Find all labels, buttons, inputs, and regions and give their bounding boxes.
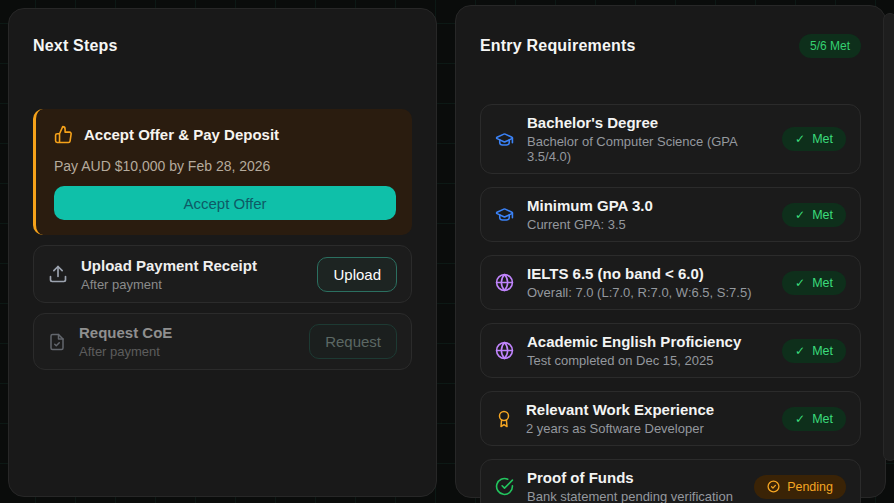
upload-receipt-title: Upload Payment Receipt xyxy=(81,257,257,274)
requirement-title: Relevant Work Experience xyxy=(526,401,714,418)
requirement-subtitle: Test completed on Dec 15, 2025 xyxy=(527,353,741,368)
globe-icon xyxy=(495,273,514,292)
next-steps-panel: Next Steps Accept Offer & Pay Deposit Pa… xyxy=(8,8,437,497)
partial-panel-edge xyxy=(883,13,894,461)
next-steps-title: Next Steps xyxy=(33,37,412,55)
status-badge-met: ✓Met xyxy=(782,127,846,151)
status-badge-met: ✓Met xyxy=(782,339,846,363)
thumbs-up-icon xyxy=(54,125,73,144)
graduation-cap-icon xyxy=(495,130,514,149)
requirement-row-ielts: IELTS 6.5 (no band < 6.0) Overall: 7.0 (… xyxy=(480,255,861,310)
entry-requirements-title: Entry Requirements xyxy=(480,37,636,55)
request-button[interactable]: Request xyxy=(309,324,397,359)
entry-requirements-panel: Entry Requirements 5/6 Met Bachelor's De… xyxy=(455,5,886,498)
graduation-cap-icon xyxy=(495,205,514,224)
request-coe-row: Request CoE After payment Request xyxy=(33,313,412,370)
requirements-summary-badge: 5/6 Met xyxy=(799,34,861,58)
accept-offer-button[interactable]: Accept Offer xyxy=(54,186,396,220)
upload-button[interactable]: Upload xyxy=(317,257,397,292)
requirement-title: Proof of Funds xyxy=(527,469,733,486)
request-coe-subtitle: After payment xyxy=(79,344,172,359)
status-badge-met: ✓Met xyxy=(782,407,846,431)
requirement-row-work-experience: Relevant Work Experience 2 years as Soft… xyxy=(480,391,861,446)
check-icon: ✓ xyxy=(795,132,805,146)
requirement-subtitle: Bachelor of Computer Science (GPA 3.5/4.… xyxy=(527,134,769,164)
upload-receipt-row: Upload Payment Receipt After payment Upl… xyxy=(33,245,412,303)
requirement-row-minimum-gpa: Minimum GPA 3.0 Current GPA: 3.5 ✓Met xyxy=(480,187,861,242)
requirement-title: IELTS 6.5 (no band < 6.0) xyxy=(527,265,751,282)
requirement-subtitle: 2 years as Software Developer xyxy=(526,421,714,436)
request-coe-title: Request CoE xyxy=(79,324,172,341)
clock-icon xyxy=(767,480,780,493)
accept-offer-card: Accept Offer & Pay Deposit Pay AUD $10,0… xyxy=(33,109,412,235)
status-badge-met: ✓Met xyxy=(782,271,846,295)
requirement-row-english-proficiency: Academic English Proficiency Test comple… xyxy=(480,323,861,378)
requirement-title: Academic English Proficiency xyxy=(527,333,741,350)
award-icon xyxy=(495,410,513,428)
upload-receipt-subtitle: After payment xyxy=(81,277,257,292)
accept-offer-card-title: Accept Offer & Pay Deposit xyxy=(84,126,279,143)
upload-icon xyxy=(48,264,68,284)
requirement-title: Minimum GPA 3.0 xyxy=(527,197,653,214)
requirement-subtitle: Current GPA: 3.5 xyxy=(527,217,653,232)
file-check-icon xyxy=(48,333,66,351)
status-badge-pending: Pending xyxy=(754,475,846,499)
status-badge-met: ✓Met xyxy=(782,203,846,227)
requirement-subtitle: Bank statement pending verification xyxy=(527,489,733,503)
requirement-row-bachelors-degree: Bachelor's Degree Bachelor of Computer S… xyxy=(480,104,861,174)
accept-offer-deadline: Pay AUD $10,000 by Feb 28, 2026 xyxy=(54,158,396,174)
check-icon: ✓ xyxy=(795,208,805,222)
check-icon: ✓ xyxy=(795,276,805,290)
requirement-row-proof-of-funds: Proof of Funds Bank statement pending ve… xyxy=(480,459,861,503)
globe-icon xyxy=(495,341,514,360)
requirement-title: Bachelor's Degree xyxy=(527,114,769,131)
check-icon: ✓ xyxy=(795,412,805,426)
check-circle-icon xyxy=(495,477,514,496)
requirement-subtitle: Overall: 7.0 (L:7.0, R:7.0, W:6.5, S:7.5… xyxy=(527,285,751,300)
check-icon: ✓ xyxy=(795,344,805,358)
